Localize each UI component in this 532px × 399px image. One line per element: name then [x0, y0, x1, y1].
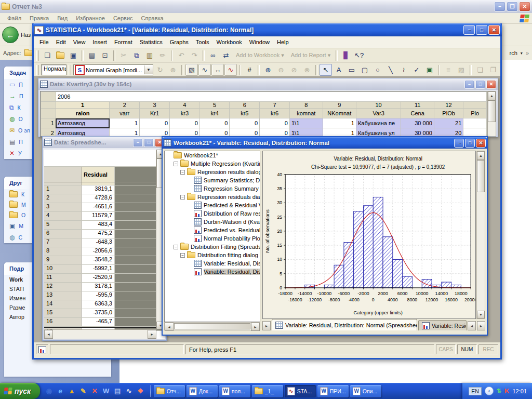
- tree-item-label[interactable]: Regression Summary fo: [204, 185, 260, 192]
- column-number[interactable]: 6: [230, 102, 260, 109]
- open-icon[interactable]: [54, 49, 66, 61]
- tree-hscrollbar[interactable]: ◄ ►: [164, 322, 260, 330]
- fill-icon[interactable]: ▨: [455, 64, 468, 76]
- minimize-button[interactable]: –: [464, 80, 474, 89]
- taskbar-button[interactable]: WОпи...: [350, 385, 381, 397]
- statistica-titlebar[interactable]: ∿ STATISTICA - Workbook21* - [Variable: …: [32, 23, 502, 36]
- menu-workbook[interactable]: Workbook: [213, 37, 246, 47]
- data-cell[interactable]: 1: [323, 128, 356, 137]
- column-number[interactable]: 3: [140, 102, 170, 109]
- redo-icon[interactable]: ↷: [188, 49, 201, 61]
- column-number[interactable]: 5: [200, 102, 230, 109]
- maximize-button[interactable]: □: [465, 139, 475, 148]
- explorer-menu-item[interactable]: Избранное: [72, 14, 109, 22]
- zoom-mode-icon[interactable]: ⊕: [167, 64, 179, 76]
- column-header-kr6[interactable]: kr6: [260, 109, 290, 118]
- grid-icon[interactable]: #: [243, 64, 256, 76]
- dashes-icon[interactable]: ≡: [442, 64, 455, 76]
- menu-statistics[interactable]: Statistics: [136, 37, 166, 47]
- close-button[interactable]: ✕: [519, 2, 530, 11]
- residual-value[interactable]: 483,4: [82, 221, 115, 229]
- column-number[interactable]: 10: [356, 102, 401, 109]
- undo-icon[interactable]: ↶: [175, 49, 188, 61]
- tree-item[interactable]: −Distribution fitting dialog: [165, 251, 260, 259]
- residual-value[interactable]: -4651,6: [82, 203, 115, 211]
- scroll-up-icon[interactable]: ▲: [477, 151, 485, 160]
- column-header-PlOb[interactable]: PlOb: [434, 109, 463, 118]
- column-number[interactable]: 4: [170, 102, 200, 109]
- preview-icon[interactable]: ⊡: [99, 49, 111, 61]
- column-number[interactable]: 9: [323, 102, 356, 109]
- workbook-titlebar[interactable]: Workbook21* - Variable: Residual, Distri…: [162, 137, 487, 149]
- find-icon[interactable]: ∞: [207, 49, 219, 61]
- scroll-thumb[interactable]: [477, 160, 485, 192]
- tree-item-label[interactable]: Variable: Residual, Dist: [204, 269, 260, 275]
- column-number[interactable]: 11: [401, 102, 434, 109]
- select-region-icon[interactable]: ▧: [185, 64, 198, 76]
- minimize-button[interactable]: –: [454, 139, 464, 148]
- maximize-button[interactable]: □: [475, 80, 485, 89]
- data-cell[interactable]: 1\1: [289, 128, 323, 137]
- data-cell[interactable]: 0: [230, 128, 260, 137]
- tree-item[interactable]: Predicted vs. Residual :: [165, 226, 260, 234]
- row-number[interactable]: 9: [44, 256, 82, 264]
- row-number[interactable]: 2: [44, 194, 82, 203]
- row-number[interactable]: 13: [44, 291, 82, 300]
- data-cell[interactable]: Кабушкина пе: [356, 118, 401, 128]
- zoom-in-icon[interactable]: ⊕: [262, 64, 274, 76]
- taskbar-button[interactable]: ∿STA...: [285, 385, 316, 397]
- kvartiry-vscrollbar[interactable]: ▲: [487, 91, 496, 137]
- word-icon[interactable]: W: [101, 387, 111, 396]
- macro-name-field[interactable]: Нормальность остатков: [41, 64, 66, 75]
- minimize-button[interactable]: –: [133, 138, 143, 147]
- data-cell[interactable]: 1: [323, 118, 356, 128]
- data-cell[interactable]: [463, 118, 487, 128]
- explorer-menu-item[interactable]: Файл: [3, 14, 25, 22]
- zoom-off-icon[interactable]: ⊗: [301, 64, 313, 76]
- maximize-button[interactable]: □: [144, 138, 154, 147]
- residual-value[interactable]: -3548,2: [82, 256, 115, 264]
- ellipse-tool-icon[interactable]: ○: [371, 64, 384, 76]
- back-label[interactable]: Наз: [21, 32, 31, 38]
- search-fragment[interactable]: rch: [510, 50, 517, 56]
- rect-tool-icon[interactable]: ▭: [345, 64, 358, 76]
- translator-icon[interactable]: ✕: [90, 387, 99, 396]
- delphi-icon[interactable]: ▲: [67, 387, 76, 396]
- player-icon[interactable]: ❖: [136, 387, 145, 396]
- data-cell[interactable]: 20: [434, 128, 463, 137]
- residual-value[interactable]: 6363,3: [82, 300, 115, 309]
- workbook-tab[interactable]: Variable: Resid: [418, 320, 467, 330]
- scroll-thumb[interactable]: [488, 100, 496, 122]
- tree-item[interactable]: Durbin-Watson d (Kvar: [165, 218, 260, 226]
- residual-hscrollbar[interactable]: ◄ ►: [44, 329, 156, 339]
- tab-scroll-right-icon[interactable]: ►: [262, 321, 271, 330]
- help-select-icon[interactable]: ↖?: [353, 49, 365, 61]
- start-button[interactable]: пуск: [0, 383, 40, 399]
- row-number[interactable]: 16: [44, 318, 82, 326]
- tree-item[interactable]: −Distribution Fitting (Spreadshee: [165, 243, 260, 251]
- add-to-workbook-button[interactable]: Add to Workbook ▾: [233, 52, 287, 59]
- tree-item-label[interactable]: Workbook21*: [184, 152, 218, 158]
- collapse-icon[interactable]: −: [180, 253, 185, 258]
- taskbar-button[interactable]: Отч...: [154, 385, 185, 397]
- tree-item-label[interactable]: Regression residuals dialog: [197, 194, 260, 200]
- tree-item[interactable]: Variable: Residual, Dist: [165, 259, 260, 268]
- paste-icon[interactable]: ▥: [143, 49, 156, 61]
- residual-value[interactable]: 3178,1: [82, 283, 115, 291]
- column-header-varr[interactable]: varr: [110, 109, 140, 118]
- menu-insert[interactable]: Insert: [89, 37, 111, 47]
- kvartiry-titlebar[interactable]: Data: Kvartiry3 (30v by 154c) – □ ✕: [38, 78, 498, 90]
- menu-help[interactable]: Help: [273, 37, 292, 47]
- collapse-icon[interactable]: −: [174, 162, 178, 166]
- minimize-button[interactable]: –: [494, 2, 506, 11]
- data-cell[interactable]: 1: [110, 118, 140, 128]
- toolbar-grip[interactable]: [36, 65, 39, 75]
- tab-scroll-left-icon[interactable]: ◄: [468, 321, 476, 330]
- row-number[interactable]: 5: [44, 221, 82, 229]
- residual-value[interactable]: 4728,6: [82, 194, 115, 203]
- data-cell[interactable]: 0: [170, 118, 200, 128]
- residual-value[interactable]: 3819,1: [82, 185, 115, 194]
- column-header-Kr1[interactable]: Kr1: [140, 109, 170, 118]
- column-number[interactable]: [463, 102, 487, 109]
- statistica-icon[interactable]: ∿: [124, 387, 134, 396]
